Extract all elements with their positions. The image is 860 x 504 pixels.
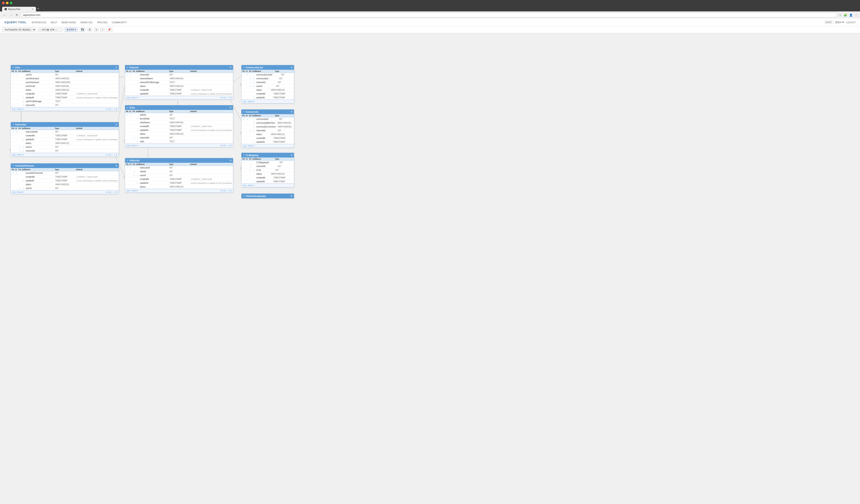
copy-icon[interactable]: ⧉: [230, 106, 231, 109]
check-icon[interactable]: ○: [112, 108, 113, 110]
sql-menu-button[interactable]: SQL / Menu ▾: [243, 145, 254, 147]
ix-icon[interactable]: IX: [106, 191, 108, 193]
logout-button[interactable]: LOGOUT: [846, 21, 856, 24]
expand-icon[interactable]: ∧: [114, 154, 115, 156]
check-icon[interactable]: ○: [112, 191, 113, 193]
expand-icon[interactable]: ∧: [228, 190, 229, 192]
copy-icon[interactable]: ⧉: [116, 66, 117, 69]
check-icon[interactable]: ○: [112, 154, 113, 156]
new-tab-button[interactable]: +: [37, 6, 40, 11]
table-community-header[interactable]: + Community ⧉: [242, 109, 294, 114]
uq-icon[interactable]: UQ: [223, 190, 226, 192]
copy-icon[interactable]: ⧉: [291, 154, 292, 157]
settings-button[interactable]: ⚙: [87, 28, 92, 32]
user-name[interactable]: 정현수▼: [835, 21, 844, 24]
back-button[interactable]: ←: [2, 13, 7, 17]
nav-demo-dic[interactable]: DEMO DIC: [81, 19, 93, 25]
gear-icon[interactable]: ⚙: [230, 97, 232, 99]
add-button[interactable]: +: [100, 28, 104, 32]
table-row: ✓ updateAt TIMESTAMP current_timestamp o…: [11, 96, 119, 100]
db-selector[interactable]: YouTube(Ver 20, MySQL): [2, 27, 36, 32]
table-user-header[interactable]: + User ⧉: [11, 65, 119, 70]
maximize-button[interactable]: [10, 2, 12, 4]
uq-icon[interactable]: UQ: [223, 144, 226, 147]
table-row: ✓ communityMainText VARCHAR(45): [242, 121, 294, 125]
gear-icon[interactable]: ⚙: [230, 144, 232, 147]
table-subscribe-header[interactable]: + Subscribe ⧉: [11, 122, 119, 127]
copy-icon[interactable]: ⧉: [116, 164, 117, 167]
sql-menu-button[interactable]: SQL / Menu ▾: [12, 154, 24, 156]
table-vl-header[interactable]: + VidioLike ⧉: [125, 158, 233, 163]
ix-icon[interactable]: IX: [220, 97, 222, 99]
nav-demo-base[interactable]: DEMO BASE: [61, 19, 76, 25]
uq-icon[interactable]: UQ: [223, 97, 226, 99]
sql-menu-button[interactable]: SQL / Menu ▾: [126, 144, 138, 147]
forward-button[interactable]: →: [9, 13, 13, 17]
table-selector[interactable]: --- 테이블 선택 ---: [38, 28, 63, 32]
expand-icon[interactable]: ∧: [228, 97, 229, 99]
minimize-button[interactable]: [6, 2, 9, 4]
uq-icon[interactable]: UQ: [108, 154, 111, 156]
table-row: ✓ ✓ channelId INT: [242, 129, 294, 133]
sql-menu-button[interactable]: SQL / Menu ▾: [243, 184, 254, 187]
main-canvas[interactable]: + User ⧉ PK AI FK Null Name Type Default…: [0, 33, 860, 504]
copy-icon[interactable]: ⧉: [291, 110, 292, 113]
tab-favicon: 🅰: [5, 8, 7, 10]
gear-icon[interactable]: ⚙: [116, 154, 117, 156]
table-vidio: + Vidio ⧉ PKAI FKNull NameType Default ✓…: [125, 105, 233, 147]
copy-icon[interactable]: ⧉: [291, 195, 292, 197]
tab-close-icon[interactable]: ✕: [32, 8, 33, 10]
table-row: ✓ channelProfileImage TEXT: [125, 80, 233, 84]
ix-icon[interactable]: IX: [106, 108, 108, 110]
menu-icon[interactable]: ⋮: [854, 13, 858, 17]
copy-icon[interactable]: ⧉: [230, 66, 231, 69]
nav-help[interactable]: HELP: [51, 19, 57, 25]
table-clm-header[interactable]: + CLMapping ⧉: [242, 153, 294, 158]
nav-pricing[interactable]: PRICING: [97, 19, 108, 25]
table-communitylike: + CommunityLike ⧉ PKAI FKNull NameType ✓…: [241, 65, 294, 103]
up-button[interactable]: ∧: [94, 28, 99, 32]
save-button[interactable]: 💾: [80, 28, 86, 32]
active-tab[interactable]: 🅰 AQueryTool ✕: [2, 7, 36, 11]
table-channel-header[interactable]: + Channel ⧉: [125, 65, 233, 70]
sql-menu-button[interactable]: SQL / Menu ▾: [126, 97, 138, 99]
table-vl-footer: SQL / Menu ▾ IX UQ ○ ∧ ⚙: [125, 189, 233, 192]
gear-icon[interactable]: ⚙: [116, 191, 117, 193]
check-icon[interactable]: ○: [226, 190, 227, 192]
sql-menu-button[interactable]: SQL / Menu ▾: [243, 100, 254, 103]
table-chlang-header[interactable]: + ChannelLanguage ⧉: [242, 194, 294, 198]
table-row: ✓ channelId INT: [11, 103, 119, 107]
close-button[interactable]: [2, 2, 5, 4]
gear-icon[interactable]: ⚙: [230, 190, 232, 192]
pin-button[interactable]: 📌: [106, 28, 112, 32]
reload-button[interactable]: ↻: [15, 13, 19, 17]
uq-icon[interactable]: UQ: [108, 191, 111, 193]
check-icon[interactable]: ○: [226, 97, 227, 99]
sql-menu-button[interactable]: SQL / Menu ▾: [12, 191, 24, 193]
erd-button[interactable]: ⊞ ERD ▾: [65, 28, 78, 32]
expand-icon[interactable]: ∧: [114, 191, 115, 193]
ix-icon[interactable]: IX: [220, 190, 222, 192]
expand-icon[interactable]: ∧: [228, 144, 229, 147]
copy-icon[interactable]: ⧉: [291, 66, 292, 69]
extensions-icon[interactable]: 🧩: [843, 13, 847, 17]
nav-community[interactable]: COMMUNITY: [112, 19, 127, 25]
nav-introduce[interactable]: INTRODUCE: [31, 19, 46, 25]
copy-icon[interactable]: ⧉: [116, 123, 117, 126]
gear-icon[interactable]: ⚙: [116, 108, 117, 110]
check-icon[interactable]: ○: [226, 144, 227, 147]
table-vidio-header[interactable]: + Vidio ⧉: [125, 105, 233, 110]
uq-icon[interactable]: UQ: [108, 108, 111, 110]
ix-icon[interactable]: IX: [106, 154, 108, 156]
table-cl-header[interactable]: + CommunityLike ⧉: [242, 65, 294, 70]
profile-icon[interactable]: 👤: [849, 13, 853, 17]
sql-menu-button[interactable]: SQL / Menu ▾: [126, 190, 138, 192]
table-channel: + Channel ⧉ PKAI FKNull NameType Default…: [125, 65, 233, 100]
table-yt-header[interactable]: + YouTubePrimium ⧉: [11, 163, 119, 168]
expand-icon[interactable]: ∧: [114, 108, 115, 110]
address-bar[interactable]: aquerytool.com: [21, 13, 837, 17]
ix-icon[interactable]: IX: [220, 144, 222, 147]
copy-icon[interactable]: ⧉: [230, 159, 231, 162]
sql-menu-button[interactable]: SQL / Menu ▾: [12, 108, 24, 110]
bookmark-icon[interactable]: ☆: [838, 13, 842, 17]
